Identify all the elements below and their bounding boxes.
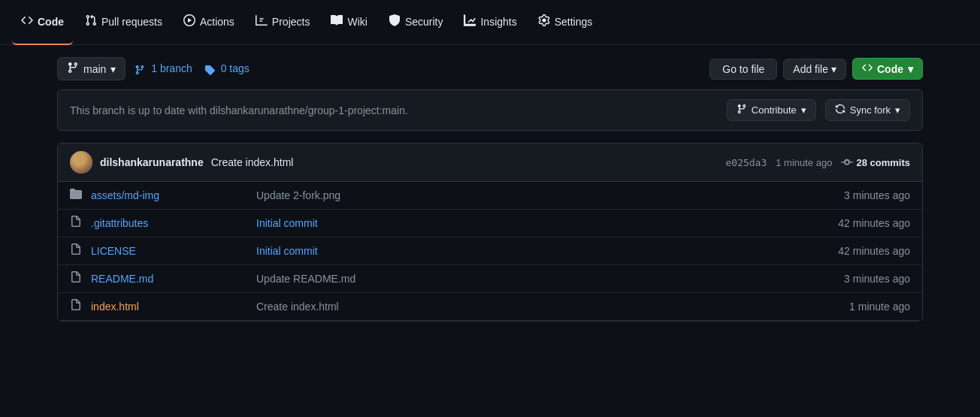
add-file-chevron: ▾ [831,63,836,75]
code-btn-chevron: ▾ [908,63,913,75]
code-button[interactable]: Code ▾ [852,58,923,80]
chevron-down-icon: ▾ [110,63,116,75]
code-icon-btn [862,62,873,75]
branch-selector[interactable]: main ▾ [57,57,126,80]
tag-count-link[interactable]: 0 tags [204,62,250,74]
nav-wiki[interactable]: Wiki [322,0,376,45]
branch-icon [67,62,79,76]
nav-pr-label: Pull requests [101,16,162,28]
folder-icon [70,188,91,203]
file-name-gitattributes[interactable]: .gitattributes [91,217,256,229]
nav-settings[interactable]: Settings [529,0,602,45]
go-to-file-button[interactable]: Go to file [709,59,777,80]
nav-security-label: Security [405,16,443,28]
commit-info: dilshankarunarathne Create index.html [70,151,293,174]
branch-right: Go to file Add file ▾ Code ▾ [709,58,923,80]
file-time-license: 42 minutes ago [797,245,910,257]
contribute-chevron: ▾ [801,104,806,116]
branch-name: main [83,63,106,75]
commit-author[interactable]: dilshankarunarathne [100,156,204,168]
file-row: index.html Create index.html 1 minute ag… [58,293,922,321]
branch-bar: main ▾ 1 branch 0 tags Go to [57,57,923,80]
contribute-label: Contribute [752,104,797,116]
file-name-license[interactable]: LICENSE [91,245,256,257]
nav-security[interactable]: Security [380,0,452,45]
commit-message[interactable]: Create index.html [211,156,294,168]
insights-icon [464,14,476,29]
top-navigation: Code Pull requests Actions Projects [0,0,980,45]
file-time-index: 1 minute ago [797,301,910,313]
file-row: LICENSE Initial commit 42 minutes ago [58,237,922,265]
projects-icon [256,14,268,29]
nav-code[interactable]: Code [12,0,73,45]
branch-meta: 1 branch 0 tags [135,62,249,74]
actions-icon [183,14,195,29]
contribute-icon [737,104,747,116]
sync-icon [835,104,845,116]
fork-status-text: This branch is up to date with dilshanka… [70,104,408,116]
nav-projects-label: Projects [272,16,310,28]
add-file-button[interactable]: Add file ▾ [783,59,846,80]
file-commit-index[interactable]: Create index.html [256,301,797,313]
sync-fork-label: Sync fork [850,104,891,116]
nav-insights-label: Insights [480,16,516,28]
file-row: README.md Update README.md 3 minutes ago [58,265,922,293]
nav-actions[interactable]: Actions [174,0,243,45]
security-icon [389,14,401,29]
commit-meta: e025da3 1 minute ago 28 commits [725,156,910,168]
fork-actions: Contribute ▾ Sync fork ▾ [727,99,910,121]
pull-request-icon [85,14,97,29]
file-row: .gitattributes Initial commit 42 minutes… [58,210,922,237]
code-icon [21,14,33,29]
file-time-readme: 3 minutes ago [797,273,910,285]
commit-row: dilshankarunarathne Create index.html e0… [58,144,922,182]
fork-status-bar: This branch is up to date with dilshanka… [57,89,923,131]
file-row: assets/md-img Update 2-fork.png 3 minute… [58,182,922,210]
file-table: dilshankarunarathne Create index.html e0… [57,143,923,322]
file-time-assets: 3 minutes ago [797,189,910,201]
file-commit-license[interactable]: Initial commit [256,245,797,257]
nav-insights[interactable]: Insights [455,0,525,45]
nav-actions-label: Actions [200,16,234,28]
nav-settings-label: Settings [555,16,593,28]
file-icon [70,216,91,231]
code-btn-label: Code [877,63,903,75]
nav-projects[interactable]: Projects [247,0,319,45]
commits-count: 28 commits [856,157,910,168]
file-icon [70,271,91,286]
branch-left: main ▾ 1 branch 0 tags [57,57,250,80]
file-name-assets[interactable]: assets/md-img [91,189,256,201]
sync-fork-chevron: ▾ [895,104,900,116]
wiki-icon [331,14,343,29]
file-name-readme[interactable]: README.md [91,273,256,285]
nav-code-label: Code [38,16,64,28]
commits-count-link[interactable]: 28 commits [841,156,910,168]
file-icon [70,299,91,314]
settings-icon [538,14,550,29]
nav-wiki-label: Wiki [347,16,367,28]
avatar [70,151,92,174]
file-commit-gitattributes[interactable]: Initial commit [256,217,797,229]
nav-pull-requests[interactable]: Pull requests [76,0,171,45]
file-time-gitattributes: 42 minutes ago [797,217,910,229]
file-name-index[interactable]: index.html [91,301,256,313]
file-commit-readme[interactable]: Update README.md [256,273,797,285]
main-content: main ▾ 1 branch 0 tags Go to [39,45,941,334]
contribute-button[interactable]: Contribute ▾ [727,99,816,121]
sync-fork-button[interactable]: Sync fork ▾ [825,99,910,121]
file-commit-assets[interactable]: Update 2-fork.png [256,189,797,201]
commit-sha[interactable]: e025da3 [725,157,767,168]
commit-time: 1 minute ago [776,157,832,168]
add-file-label: Add file [793,63,828,75]
file-icon [70,243,91,258]
branch-count-link[interactable]: 1 branch [135,62,192,74]
